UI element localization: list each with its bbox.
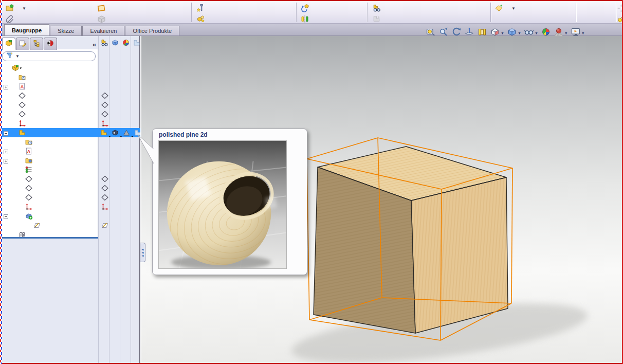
tree-item-ebene-rechts[interactable]	[1, 193, 98, 202]
chevron-down-icon: ▼	[501, 31, 504, 35]
toolbar-button-verknüpfung[interactable]	[5, 14, 16, 24]
section-view-button[interactable]	[463, 26, 475, 40]
tree-item-f-test-teil-mit-material-1[interactable]: ▾▾▾▾	[1, 128, 140, 137]
panel-tab-featuremanager[interactable]	[2, 38, 15, 50]
tree-item-volumenkörper-1[interactable]	[1, 156, 98, 165]
context-display-mode-dark-icon[interactable]: ▾	[111, 129, 119, 137]
tree-item-beschriftungen[interactable]: A	[1, 82, 98, 91]
panel-tab-configurationmanager[interactable]	[30, 38, 43, 50]
tree-item-beschriftungen[interactable]: A	[1, 147, 98, 156]
propertymanager-icon	[19, 39, 27, 49]
toolbar-button-intelligente-komponente-erstellen[interactable]	[196, 14, 208, 24]
heads-up-view-toolbar: ▼▼▼▼▼	[425, 26, 586, 40]
tooltip-pointer	[137, 132, 154, 166]
context-appearance-triangle-icon[interactable]: ▾	[122, 129, 131, 137]
tree-item-ebene-rechts[interactable]	[1, 110, 98, 119]
tree-item-ursprung[interactable]	[1, 202, 98, 211]
tree-item-kiefer[interactable]	[1, 165, 98, 174]
display-pane-plane-icon[interactable]	[101, 92, 109, 100]
tree-expander-plus[interactable]	[4, 84, 8, 90]
chevron-down-icon: ▼	[581, 31, 585, 35]
tree-expander-minus[interactable]	[4, 214, 8, 220]
display-pane-separator	[98, 36, 99, 363]
edit-appearance-button[interactable]	[540, 26, 552, 40]
edit-appearance-icon	[541, 27, 551, 39]
display-pane-origin-icon[interactable]	[101, 119, 109, 128]
toolbar-button-referenzgeometrie[interactable]: ▼	[494, 3, 516, 13]
toolbar-button-komponente-drehen[interactable]	[300, 3, 312, 13]
svg-text:A: A	[27, 149, 31, 154]
display-pane-column-transparency[interactable]	[133, 39, 142, 48]
display-pane-separator	[109, 36, 109, 363]
panel-tab-displaymanager[interactable]	[44, 38, 57, 50]
annotations-icon: A	[25, 147, 33, 156]
configurationmanager-icon	[32, 39, 41, 49]
appearance-name: polished pine 2d	[159, 131, 208, 138]
display-pane-origin-icon[interactable]	[101, 203, 109, 211]
mirror-components-icon	[300, 14, 309, 24]
smart-component-icon	[196, 14, 205, 24]
model-cube[interactable]	[314, 147, 508, 333]
tree-filter-input[interactable]: ▼	[2, 51, 96, 61]
tree-item-sensoren[interactable]	[1, 137, 98, 147]
create-layout-icon	[97, 4, 105, 13]
view-selector-button[interactable]	[476, 26, 488, 40]
plane-icon	[25, 193, 33, 202]
tree-item-ursprung[interactable]	[1, 119, 98, 128]
tab-skizze[interactable]: Skizze	[50, 26, 82, 35]
display-pane-plane-icon[interactable]	[101, 184, 109, 192]
zoom-to-area-button[interactable]	[437, 26, 450, 40]
tree-item-ebene-oben[interactable]	[1, 184, 98, 193]
view-selector-icon	[477, 27, 487, 39]
tree-expander-plus[interactable]	[4, 149, 8, 155]
display-pane-plane-icon[interactable]	[101, 193, 109, 202]
tree-item-ebene-oben[interactable]	[1, 100, 98, 110]
toolbar-button-komponenten-einfügen[interactable]: ▼	[5, 3, 26, 13]
tree-splitter-bar[interactable]	[1, 237, 98, 239]
tree-item-sensoren[interactable]	[1, 72, 98, 82]
toolbar-button-ausgeblendete-komponenten-anzeigen[interactable]	[372, 3, 383, 13]
capture-border-top	[0, 0, 623, 1]
apply-scene-button[interactable]: ▼	[553, 26, 569, 40]
hide-show-items-button[interactable]: ▼	[523, 26, 539, 40]
context-part-icon[interactable]: ▾	[100, 129, 108, 137]
tree-item-ebene-vorne[interactable]	[1, 91, 98, 100]
display-pane-separator	[131, 36, 131, 363]
annotations-icon: A	[18, 82, 26, 91]
toolbar-button-komponenten-spiegeln[interactable]	[300, 14, 312, 24]
tab-office-produkte[interactable]: Office Produkte	[125, 26, 179, 35]
plane-icon	[25, 175, 33, 184]
zoom-to-fit-button[interactable]	[425, 26, 437, 40]
display-pane-plane-icon[interactable]	[101, 101, 109, 109]
display-style-button[interactable]: ▼	[506, 26, 522, 40]
tree-item-ebene-vorne[interactable]	[1, 174, 98, 184]
display-pane-plane-icon[interactable]	[101, 110, 109, 118]
display-pane-column-appearance[interactable]	[122, 39, 131, 48]
display-pane-column-display-mode[interactable]	[111, 39, 120, 48]
view-orientation-button[interactable]: ▼	[489, 26, 505, 40]
assembly-icon	[11, 64, 20, 72]
tree-expander-minus[interactable]	[4, 131, 8, 137]
capture-border-left-inner	[1, 0, 2, 364]
tree-item-skizze1[interactable]	[1, 221, 98, 230]
toolbar-button-layout-erstellen[interactable]	[97, 3, 108, 13]
tab-evaluieren[interactable]: Evaluieren	[82, 26, 124, 35]
previous-view-button[interactable]	[450, 26, 463, 40]
panel-tab-propertymanager[interactable]	[16, 38, 29, 50]
collapse-display-pane-button[interactable]: «	[93, 41, 96, 48]
tree-item-baugruppe6-standard-anzeig[interactable]	[1, 63, 98, 72]
display-pane-plane-icon[interactable]	[101, 175, 109, 183]
tree-expander-plus[interactable]	[4, 158, 8, 165]
display-pane-column-hide-show[interactable]	[100, 39, 109, 48]
display-pane-sketch-icon[interactable]	[101, 221, 109, 229]
chevron-down-icon: ▾	[109, 135, 111, 137]
view-settings-button[interactable]: ▼	[570, 26, 586, 40]
chevron-down-icon: ▼	[564, 31, 568, 35]
tree-item-aufsatz-linear-austrage[interactable]	[1, 211, 98, 221]
display-style-icon	[507, 27, 517, 39]
toolbar-separator	[490, 3, 491, 22]
panel-collapse-handle[interactable]: ◀ ◀ ◀	[140, 243, 145, 262]
toolbar-button-intelligente-verbindungselemente[interactable]	[196, 3, 208, 13]
toolbar-separator	[296, 3, 297, 22]
tab-baugruppe[interactable]: Baugruppe	[4, 24, 49, 35]
